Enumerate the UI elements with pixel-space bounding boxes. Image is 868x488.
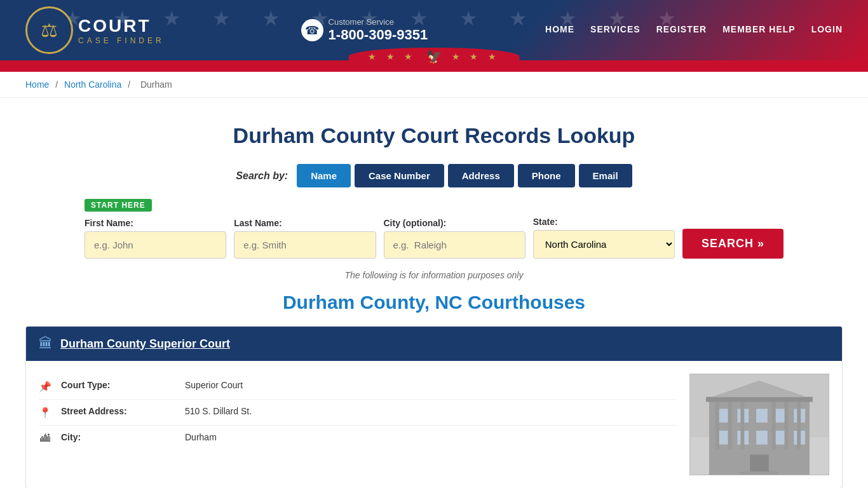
phone-icon: ☎ [301, 19, 323, 41]
customer-service: ☎ Customer Service 1-800-309-9351 [301, 17, 428, 43]
stars-left: ★ ★ ★ [368, 51, 417, 62]
svg-rect-15 [715, 400, 719, 450]
state-select[interactable]: North Carolina [533, 230, 675, 259]
first-name-label: First Name: [85, 218, 226, 228]
nav-member-help[interactable]: MEMBER HELP [722, 24, 795, 37]
search-by-row: Search by: Name Case Number Address Phon… [25, 164, 843, 187]
svg-rect-18 [772, 400, 776, 450]
svg-rect-20 [797, 400, 801, 450]
svg-rect-19 [785, 400, 789, 450]
main-nav: HOME SERVICES REGISTER MEMBER HELP LOGIN [545, 24, 843, 37]
court-type-icon: 📌 [39, 381, 51, 393]
city-label-detail: City: [61, 432, 175, 442]
wave-banner: ★ ★ ★ 🦅 ★ ★ ★ [0, 60, 868, 72]
courthouse-body: 📌 Court Type: Superior Court 📍 Street Ad… [26, 361, 842, 488]
breadcrumb-home[interactable]: Home [25, 79, 49, 90]
last-name-input[interactable] [234, 231, 376, 259]
street-address-label: Street Address: [61, 406, 175, 416]
form-row: First Name: Last Name: City (optional): … [85, 217, 783, 259]
tab-case-number[interactable]: Case Number [355, 164, 444, 187]
info-note: The following is for information purpose… [25, 270, 843, 280]
cs-label: Customer Service [329, 17, 428, 27]
cs-info: Customer Service 1-800-309-9351 [329, 17, 428, 43]
state-label: State: [533, 217, 675, 227]
first-name-input[interactable] [85, 231, 226, 259]
logo-emblem [25, 6, 73, 54]
state-group: State: North Carolina [533, 217, 675, 259]
detail-street-address: 📍 Street Address: 510 S. Dillard St. [39, 400, 677, 426]
start-here-badge: START HERE [85, 199, 152, 212]
logo-area: COURT CASE FINDER [25, 6, 165, 54]
search-button[interactable]: SEARCH » [682, 229, 783, 259]
logo-text: COURT CASE FINDER [78, 16, 165, 45]
logo-court-text: COURT [78, 16, 165, 36]
svg-rect-21 [706, 397, 813, 402]
city-value: Durham [185, 432, 217, 442]
courthouse-icon: 🏛 [39, 336, 53, 352]
building-illustration [690, 374, 829, 475]
breadcrumb: Home / North Carolina / Durham [0, 72, 868, 98]
courthouse-name[interactable]: Durham County Superior Court [60, 337, 230, 351]
courthouses-title: Durham County, NC Courthouses [25, 292, 843, 313]
tab-email[interactable]: Email [579, 164, 632, 187]
courthouse-card: 🏛 Durham County Superior Court 📌 Court T… [25, 326, 843, 488]
court-type-label: Court Type: [61, 380, 175, 390]
svg-rect-17 [740, 400, 744, 450]
court-type-value: Superior Court [185, 380, 243, 390]
city-label: City (optional): [384, 218, 526, 228]
stars-right: ★ ★ ★ [452, 51, 501, 62]
street-address-value: 510 S. Dillard St. [185, 406, 252, 416]
breadcrumb-county: Durham [140, 79, 172, 90]
cs-number: 1-800-309-9351 [329, 27, 428, 43]
detail-city: 🏙 City: Durham [39, 426, 677, 451]
page-title: Durham County Court Records Lookup [25, 123, 843, 148]
city-icon: 🏙 [39, 433, 51, 444]
nav-home[interactable]: HOME [545, 24, 574, 37]
city-group: City (optional): [384, 218, 526, 259]
search-by-label: Search by: [236, 170, 288, 182]
nav-login[interactable]: LOGIN [811, 24, 843, 37]
first-name-group: First Name: [85, 218, 226, 259]
eagle-icon: 🦅 [426, 49, 442, 64]
svg-rect-16 [728, 400, 732, 450]
main-content: Durham County Court Records Lookup Searc… [0, 98, 868, 488]
detail-court-type: 📌 Court Type: Superior Court [39, 374, 677, 400]
breadcrumb-sep-2: / [128, 79, 133, 90]
last-name-group: Last Name: [234, 218, 376, 259]
city-input[interactable] [384, 231, 526, 259]
svg-rect-5 [756, 409, 768, 423]
breadcrumb-sep-1: / [55, 79, 60, 90]
svg-rect-10 [756, 431, 768, 445]
tab-phone[interactable]: Phone [518, 164, 575, 187]
address-icon: 📍 [39, 407, 51, 419]
courthouse-image [689, 374, 829, 475]
nav-services[interactable]: SERVICES [590, 24, 641, 37]
svg-rect-14 [740, 471, 778, 475]
last-name-label: Last Name: [234, 218, 376, 228]
search-form-area: START HERE First Name: Last Name: City (… [85, 199, 783, 259]
courthouse-details: 📌 Court Type: Superior Court 📍 Street Ad… [39, 374, 677, 475]
courthouse-header: 🏛 Durham County Superior Court [26, 327, 842, 361]
nav-register[interactable]: REGISTER [656, 24, 707, 37]
breadcrumb-state[interactable]: North Carolina [64, 79, 121, 90]
eagle-banner: ★ ★ ★ 🦅 ★ ★ ★ [349, 48, 520, 65]
logo-case-finder-text: CASE FINDER [78, 36, 165, 45]
tab-address[interactable]: Address [448, 164, 514, 187]
tab-name[interactable]: Name [297, 164, 351, 187]
